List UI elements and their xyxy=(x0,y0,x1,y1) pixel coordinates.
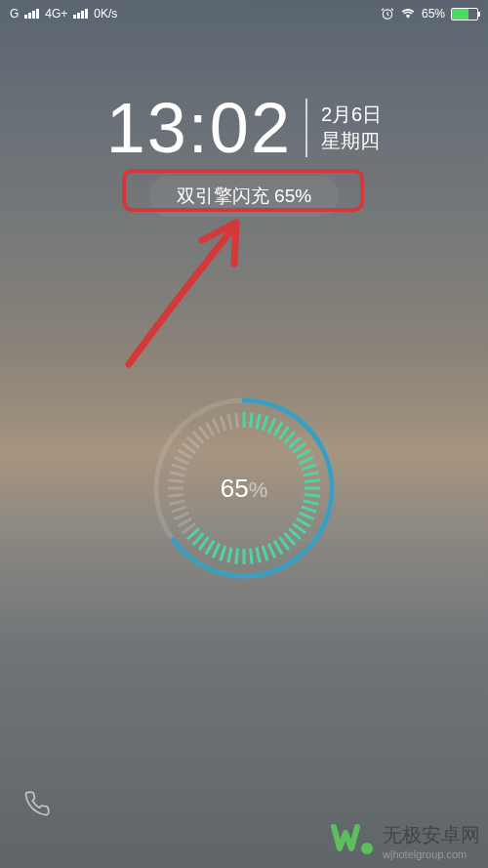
svg-line-20 xyxy=(304,501,319,504)
svg-line-11 xyxy=(289,437,301,448)
svg-line-46 xyxy=(170,501,185,504)
svg-line-27 xyxy=(279,537,288,550)
network-label: 4G+ xyxy=(45,7,67,21)
charging-ring: 65% xyxy=(146,391,342,586)
svg-line-16 xyxy=(304,473,319,475)
svg-line-7 xyxy=(268,419,275,434)
svg-line-51 xyxy=(172,465,186,470)
charging-ring-label: 65% xyxy=(221,474,267,504)
svg-line-8 xyxy=(274,422,282,435)
svg-line-44 xyxy=(175,513,189,519)
ring-percent-value: 65 xyxy=(221,474,249,503)
signal-icon-2 xyxy=(73,9,88,19)
svg-line-39 xyxy=(199,537,208,550)
clock-divider xyxy=(305,99,307,157)
svg-line-41 xyxy=(187,528,199,539)
battery-percent: 65% xyxy=(422,7,445,21)
svg-line-9 xyxy=(279,427,288,439)
svg-line-22 xyxy=(300,513,314,519)
svg-line-5 xyxy=(257,414,260,430)
svg-line-26 xyxy=(284,533,295,545)
svg-line-14 xyxy=(300,457,314,464)
svg-line-38 xyxy=(206,541,214,555)
alarm-icon xyxy=(381,7,394,21)
svg-line-35 xyxy=(228,548,231,563)
svg-line-25 xyxy=(289,528,301,539)
phone-icon[interactable] xyxy=(23,790,51,817)
svg-line-17 xyxy=(305,480,320,482)
svg-line-40 xyxy=(193,533,204,545)
svg-line-47 xyxy=(168,494,183,496)
wifi-icon xyxy=(400,7,416,21)
svg-line-19 xyxy=(305,494,320,496)
svg-line-50 xyxy=(170,473,185,475)
svg-point-63 xyxy=(361,843,373,854)
svg-line-15 xyxy=(302,465,316,470)
svg-line-54 xyxy=(183,443,195,452)
svg-line-10 xyxy=(284,432,295,443)
svg-line-60 xyxy=(221,416,225,431)
watermark-title: 无极安卓网 xyxy=(383,822,480,848)
watermark-text: 无极安卓网 wjhotelgroup.com xyxy=(383,822,480,860)
svg-line-34 xyxy=(236,549,238,564)
svg-line-42 xyxy=(183,523,195,532)
svg-line-24 xyxy=(293,523,305,532)
signal-icon xyxy=(24,9,39,19)
svg-line-29 xyxy=(268,544,275,558)
svg-line-12 xyxy=(293,443,305,452)
data-speed: 0K/s xyxy=(94,7,117,21)
watermark: 无极安卓网 wjhotelgroup.com xyxy=(330,819,480,862)
watermark-logo-icon xyxy=(330,819,377,862)
svg-line-43 xyxy=(178,518,191,526)
svg-line-62 xyxy=(236,412,238,428)
svg-line-36 xyxy=(221,546,225,560)
svg-line-52 xyxy=(175,457,189,464)
svg-line-53 xyxy=(178,450,191,458)
time-display: 13:02 xyxy=(106,88,292,168)
ring-percent-symbol: % xyxy=(249,477,268,502)
status-left: G 4G+ 0K/s xyxy=(10,7,117,21)
svg-line-31 xyxy=(257,548,260,563)
svg-line-4 xyxy=(250,412,252,428)
svg-line-49 xyxy=(168,480,183,482)
date-block: 2月6日 星期四 xyxy=(321,102,382,154)
watermark-url: wjhotelgroup.com xyxy=(383,848,480,860)
svg-line-61 xyxy=(228,414,231,430)
date-label: 2月6日 xyxy=(321,102,382,128)
battery-icon xyxy=(451,8,478,21)
svg-line-59 xyxy=(213,419,220,434)
svg-line-55 xyxy=(187,437,199,448)
lock-clock: 13:02 2月6日 星期四 xyxy=(0,88,488,168)
carrier-label: G xyxy=(10,7,19,21)
svg-line-21 xyxy=(302,507,316,512)
svg-line-45 xyxy=(172,507,186,512)
svg-line-30 xyxy=(263,546,267,560)
svg-line-57 xyxy=(199,427,208,439)
svg-line-23 xyxy=(297,518,310,526)
status-right: 65% xyxy=(381,7,478,21)
svg-line-13 xyxy=(297,450,310,458)
svg-line-32 xyxy=(250,549,252,564)
svg-line-37 xyxy=(213,544,220,558)
annotation-highlight-box xyxy=(122,169,364,212)
svg-line-58 xyxy=(206,422,214,435)
svg-line-28 xyxy=(274,541,282,555)
svg-line-56 xyxy=(193,432,204,443)
annotation-arrow xyxy=(109,213,265,369)
svg-line-6 xyxy=(263,416,267,431)
status-bar: G 4G+ 0K/s 65% xyxy=(0,0,488,27)
weekday-label: 星期四 xyxy=(321,128,382,154)
